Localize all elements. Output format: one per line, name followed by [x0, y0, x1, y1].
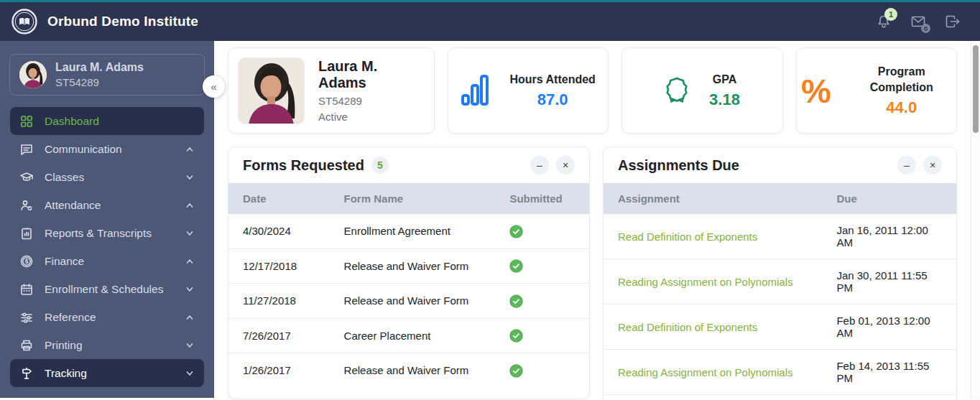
form-date: 7/26/2017 [228, 318, 330, 353]
stat-label: GPA [709, 72, 740, 88]
chevron-up-icon [185, 144, 195, 154]
stat-value: 3.18 [709, 90, 740, 109]
sidebar-item-label: Dashboard [45, 115, 195, 128]
grid-icon [19, 114, 34, 129]
assignment-due: Jan 22, 2014 12:00 AM [822, 395, 956, 400]
assignments-due-panel: Assignments Due – × Assignment Due [603, 146, 957, 400]
student-name: Laura M. Adams [318, 58, 425, 91]
hours-attended-card: Hours Attended 87.0 [448, 47, 609, 134]
assignment-link[interactable]: Read Definition of Exponents [604, 395, 822, 400]
notifications-bell-icon[interactable]: 1 [875, 13, 892, 30]
column-header-due: Due [822, 183, 956, 214]
panel-title: Assignments Due [618, 157, 739, 174]
table-row: Read Definition of Exponents Feb 01, 201… [604, 304, 956, 350]
form-date: 11/27/2018 [228, 284, 330, 319]
dollar-coin-icon: $ [19, 254, 34, 269]
table-row: Reading Assignment on Polynomials Jan 30… [604, 259, 956, 304]
close-button[interactable]: × [923, 156, 942, 175]
column-header-form-name: Form Name [330, 183, 496, 214]
stats-row: Laura M. Adams ST54289 Active Hours Atte… [228, 47, 957, 134]
scrollbar-track[interactable] [971, 41, 980, 398]
stat-label: Program Completion [851, 64, 952, 95]
form-name: Release and Waiver Form [330, 353, 496, 388]
minimize-button[interactable]: – [530, 156, 549, 175]
sidebar-item-label: Enrollment & Schedules [45, 283, 174, 296]
table-header-row: Assignment Due [604, 183, 956, 214]
column-header-assignment: Assignment [604, 183, 822, 214]
assignment-due: Feb 01, 2013 12:00 AM [822, 304, 956, 350]
assignment-link[interactable]: Reading Assignment on Polynomials [604, 350, 822, 395]
form-name: Release and Waiver Form [330, 284, 496, 319]
table-row: Reading Assignment on Polynomials Feb 14… [604, 350, 956, 395]
percent-icon: % [801, 74, 831, 108]
sidebar-user-card[interactable]: Laura M. Adams ST54289 [9, 54, 205, 96]
person-check-icon [19, 198, 34, 213]
sidebar-item-printing[interactable]: Printing [10, 331, 204, 359]
sidebar-item-attendance[interactable]: Attendance [10, 191, 204, 219]
assignment-link[interactable]: Read Definition of Exponents [604, 214, 822, 259]
sidebar-item-label: Reference [45, 311, 174, 324]
chevron-up-icon [185, 256, 195, 266]
form-date: 4/30/2024 [228, 214, 330, 248]
sidebar-item-finance[interactable]: $ Finance [10, 247, 204, 275]
sidebar-item-label: Tracking [45, 367, 174, 380]
table-row: 11/27/2018 Release and Waiver Form [228, 284, 589, 319]
forms-requested-panel: Forms Requested 5 – × Date Form Name Sub… [228, 146, 590, 399]
sidebar-item-label: Communication [45, 143, 174, 156]
user-avatar [19, 61, 47, 88]
app-title: Orbund Demo Institute [47, 14, 198, 29]
student-summary-card: Laura M. Adams ST54289 Active [228, 47, 435, 134]
sidebar: Laura M. Adams ST54289 Dashboard [0, 41, 214, 398]
sidebar-user-id: ST54289 [55, 76, 144, 88]
check-circle-icon [509, 364, 523, 378]
sidebar-collapse-button[interactable]: « [203, 75, 225, 98]
notification-count-badge: 1 [884, 8, 897, 21]
main-content: « Laura M. Adams ST542 [214, 41, 980, 398]
table-row: 4/30/2024 Enrollment Agreement [228, 214, 589, 248]
column-header-date: Date [228, 183, 330, 214]
chat-bubble-icon [19, 142, 34, 157]
sidebar-item-label: Classes [45, 171, 174, 184]
form-date: 1/26/2017 [228, 353, 330, 388]
close-button[interactable]: × [556, 156, 575, 175]
student-status: Active [318, 111, 425, 123]
messages-envelope-icon[interactable]: 0 [910, 13, 927, 30]
column-header-submitted: Submitted [495, 183, 589, 214]
forms-count-badge: 5 [371, 157, 389, 174]
minimize-button[interactable]: – [897, 156, 916, 175]
clipboard-chart-icon [19, 226, 34, 241]
form-name: Career Placement [330, 318, 496, 353]
form-date: 12/17/2018 [228, 248, 330, 284]
check-circle-icon [509, 294, 523, 308]
sidebar-item-reports-transcripts[interactable]: Reports & Transcripts [10, 219, 204, 247]
sidebar-item-label: Printing [45, 339, 174, 352]
calendar-icon [19, 282, 34, 297]
scrollbar-thumb[interactable] [973, 45, 979, 133]
sidebar-item-enrollment-schedules[interactable]: Enrollment & Schedules [10, 275, 204, 303]
assignment-due: Jan 30, 2011 11:55 PM [822, 259, 956, 304]
award-ribbon-icon [665, 77, 689, 104]
table-row: 7/26/2017 Career Placement [228, 318, 589, 353]
printer-icon [19, 338, 34, 353]
chevron-up-icon [185, 312, 195, 322]
stat-value: 87.0 [509, 90, 595, 109]
mail-count-badge: 0 [921, 24, 930, 33]
sidebar-item-tracking[interactable]: Tracking [10, 359, 204, 387]
chevron-down-icon [185, 340, 195, 350]
check-circle-icon [509, 225, 523, 238]
sidebar-item-classes[interactable]: Classes [10, 163, 204, 191]
sidebar-item-dashboard[interactable]: Dashboard [10, 107, 204, 135]
check-circle-icon [509, 259, 523, 273]
logout-icon[interactable] [944, 13, 961, 30]
gpa-card: GPA 3.18 [621, 47, 782, 134]
institute-logo-icon [11, 9, 37, 34]
sliders-icon [19, 310, 34, 325]
sidebar-item-reference[interactable]: Reference [10, 303, 204, 331]
assignment-due: Jan 16, 2011 12:00 AM [822, 214, 956, 259]
table-row: 1/26/2017 Release and Waiver Form [228, 353, 589, 388]
assignment-link[interactable]: Reading Assignment on Polynomials [604, 259, 822, 304]
table-row: Read Definition of Exponents Jan 22, 201… [604, 395, 956, 400]
sidebar-user-name: Laura M. Adams [55, 61, 144, 74]
assignment-link[interactable]: Read Definition of Exponents [604, 304, 822, 350]
sidebar-item-communication[interactable]: Communication [10, 135, 204, 163]
